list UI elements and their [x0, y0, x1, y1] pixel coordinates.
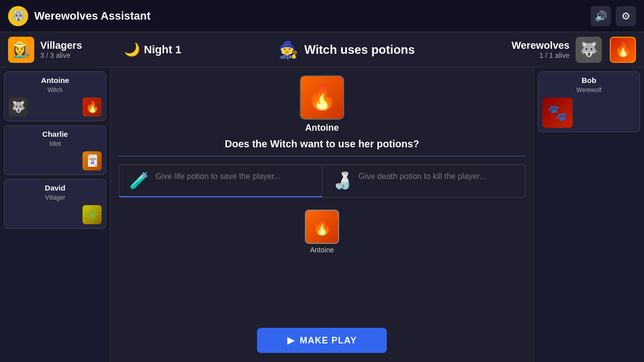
- player-role-bob: Werewolf: [542, 86, 635, 94]
- player-icons-david: ✳️: [9, 205, 102, 224]
- target-player-name: Antoine: [305, 123, 339, 133]
- selected-player-name: Antoine: [310, 246, 334, 254]
- player-name-charlie: Charlie: [9, 130, 102, 138]
- werewolves-section: Werewolves 1 / 1 alive 🐺 🔥: [512, 37, 636, 63]
- header-controls: 🔊 ⚙: [591, 6, 636, 26]
- player-card-bob: Bob Werewolf 🐾: [538, 71, 640, 132]
- werewolf-card-bob: 🐾: [542, 98, 573, 128]
- make-play-label: MAKE PLAY: [300, 335, 357, 346]
- settings-icon: ⚙: [621, 10, 630, 22]
- werewolves-avatar: 🐺: [576, 37, 602, 63]
- witch-card-antoine: 🔥: [83, 98, 102, 117]
- player-role-david: Villager: [9, 194, 102, 201]
- death-potion-option[interactable]: 🍶 Give death potion to kill the player..…: [323, 165, 525, 197]
- villagers-info: Villagers 3 / 3 alive: [40, 40, 82, 59]
- player-name-david: David: [9, 184, 102, 192]
- werewolves-name: Werewolves: [512, 40, 570, 51]
- villagers-section: 👩‍🌾 Villagers 3 / 3 alive: [8, 37, 119, 63]
- selected-player-section: 🔥 Antoine: [119, 208, 525, 254]
- divider-line: [119, 156, 525, 156]
- night-section: 🌙 Night 1: [124, 42, 182, 57]
- settings-button[interactable]: ⚙: [616, 6, 636, 26]
- wolf-icon-antoine: 🐺: [9, 98, 28, 117]
- target-player-display: 🔥 Antoine: [300, 75, 344, 138]
- life-potion-option[interactable]: 🧪 Give life potion to save the player...: [119, 165, 322, 197]
- player-role-charlie: Idiot: [9, 140, 102, 147]
- target-player-image: 🔥: [300, 75, 344, 120]
- phase-title: Witch uses potions: [304, 43, 415, 57]
- night-label: Night 1: [144, 43, 182, 56]
- death-potion-icon: 🍶: [333, 171, 353, 190]
- villagers-alive: 3 / 3 alive: [40, 51, 82, 59]
- villagers-avatar: 👩‍🌾: [8, 37, 34, 63]
- player-card-david: David Villager ✳️: [4, 179, 106, 229]
- player-name-antoine: Antoine: [9, 76, 102, 84]
- sub-header: 👩‍🌾 Villagers 3 / 3 alive 🌙 Night 1 🧙 Wi…: [0, 32, 644, 67]
- player-card-charlie: Charlie Idiot 🃏: [4, 125, 106, 175]
- center-content: 🔥 Antoine Does the Witch want to use her…: [119, 75, 525, 254]
- death-potion-text: Give death potion to kill the player...: [359, 171, 486, 182]
- idiot-card-charlie: 🃏: [83, 151, 102, 170]
- right-sidebar: Bob Werewolf 🐾: [533, 67, 644, 362]
- player-icons-charlie: 🃏: [9, 151, 102, 170]
- app-logo: 🐺: [8, 6, 28, 26]
- villagers-name: Villagers: [40, 40, 82, 51]
- werewolves-info: Werewolves 1 / 1 alive: [512, 40, 570, 59]
- app-title: Werewolves Assistant: [34, 10, 591, 23]
- life-potion-text: Give life potion to save the player...: [155, 171, 281, 182]
- player-name-bob: Bob: [542, 76, 635, 84]
- moon-icon: 🌙: [124, 42, 140, 57]
- player-role-antoine: Witch: [9, 86, 102, 94]
- app-header: 🐺 Werewolves Assistant 🔊 ⚙: [0, 0, 644, 32]
- sound-icon: 🔊: [595, 10, 607, 22]
- werewolf-top-card: 🔥: [610, 37, 636, 63]
- werewolves-alive: 1 / 1 alive: [512, 51, 570, 59]
- selected-player-display: 🔥 Antoine: [305, 210, 339, 254]
- main-layout: Antoine Witch 🐺 🔥 Charlie Idiot 🃏: [0, 67, 644, 362]
- sound-button[interactable]: 🔊: [591, 6, 611, 26]
- make-play-button[interactable]: ▶ MAKE PLAY: [257, 328, 387, 353]
- witch-question: Does the Witch want to use her potions?: [225, 138, 420, 150]
- player-card-antoine: Antoine Witch 🐺 🔥: [4, 71, 106, 121]
- witch-hat-icon: 🧙: [278, 40, 298, 59]
- selected-player-image: 🔥: [305, 210, 339, 244]
- villager-card-david: ✳️: [83, 205, 102, 224]
- life-potion-icon: 🧪: [129, 171, 149, 190]
- left-sidebar: Antoine Witch 🐺 🔥 Charlie Idiot 🃏: [0, 67, 111, 362]
- potions-section: 🧪 Give life potion to save the player...…: [119, 164, 525, 198]
- player-icons-bob: 🐾: [542, 98, 635, 128]
- center-area: 🔥 Antoine Does the Witch want to use her…: [111, 67, 533, 362]
- logo-icon: 🐺: [12, 10, 25, 23]
- phase-header: 🧙 Witch uses potions: [182, 40, 512, 59]
- play-icon: ▶: [287, 335, 295, 346]
- player-icons-antoine: 🐺 🔥: [9, 98, 102, 117]
